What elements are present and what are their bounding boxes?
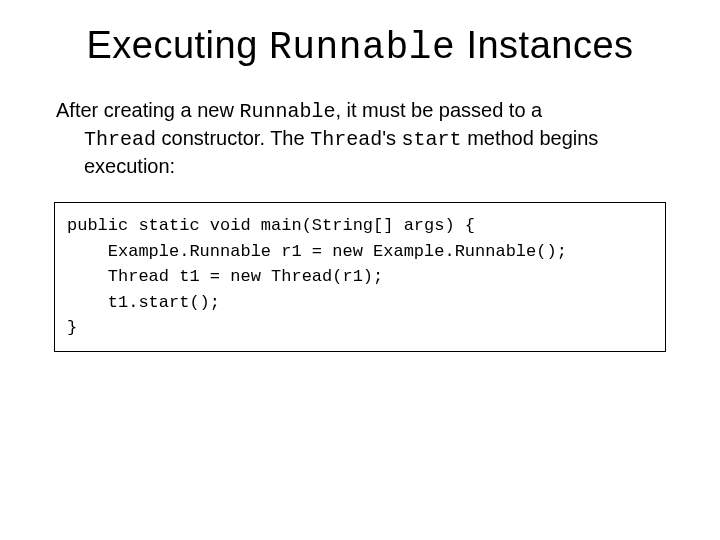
- para-m4: start: [402, 128, 462, 151]
- para-m3: Thread: [310, 128, 382, 151]
- code-block: public static void main(String[] args) {…: [54, 202, 666, 352]
- body-paragraph: After creating a new Runnable, it must b…: [56, 97, 664, 180]
- title-mono: Runnable: [269, 26, 455, 69]
- title-text-1: Executing: [86, 24, 268, 66]
- para-m2: Thread: [84, 128, 156, 151]
- para-t2: , it must be passed to a: [335, 99, 542, 121]
- title-text-2: Instances: [455, 24, 633, 66]
- para-t3: constructor. The: [156, 127, 310, 149]
- para-t4: 's: [382, 127, 401, 149]
- para-m1: Runnable: [239, 100, 335, 123]
- slide-title: Executing Runnable Instances: [50, 24, 670, 69]
- para-t1: After creating a new: [56, 99, 239, 121]
